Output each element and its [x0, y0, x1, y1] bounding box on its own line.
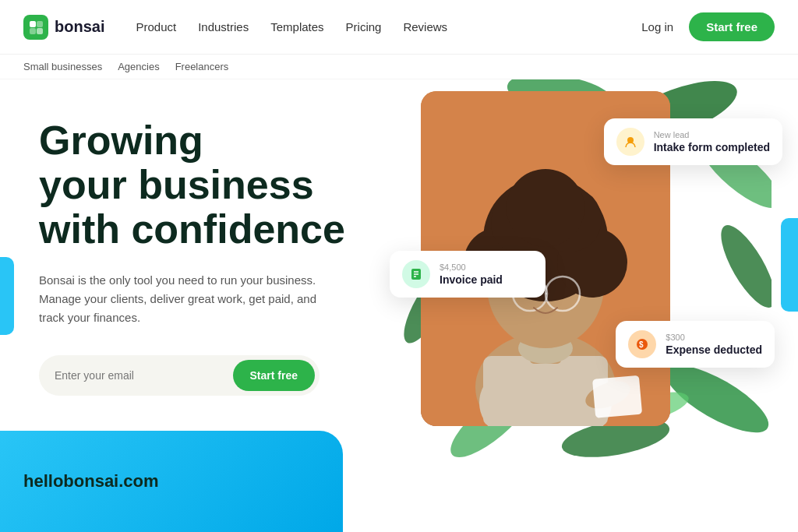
- hero-subtitle: Bonsai is the only tool you need to run …: [39, 271, 335, 327]
- hero-left: Growing your business with confidence Bo…: [0, 79, 374, 529]
- svg-rect-32: [592, 375, 642, 418]
- invoice-label: Invoice paid: [440, 273, 503, 286]
- svg-point-8: [711, 218, 772, 315]
- nav-right: Log in Start free: [641, 12, 775, 41]
- expense-info: $300 Expense deducted: [666, 333, 762, 356]
- svg-rect-1: [37, 28, 43, 34]
- expense-card: $ $300 Expense deducted: [616, 321, 775, 368]
- logo-text: bonsai: [55, 18, 104, 36]
- new-lead-label: New lead: [654, 130, 770, 139]
- svg-point-27: [507, 169, 584, 247]
- invoice-icon: [402, 260, 430, 288]
- nav-links: Product Industries Templates Pricing Rev…: [136, 20, 641, 33]
- nav-product[interactable]: Product: [136, 20, 176, 33]
- invoice-info: $4,500 Invoice paid: [440, 262, 503, 286]
- hero-title-line1: Growing: [39, 118, 203, 163]
- invoice-amount: $4,500: [440, 262, 503, 272]
- svg-rect-18: [483, 356, 608, 426]
- sub-nav-small-businesses[interactable]: Small businesses: [23, 61, 102, 72]
- sub-nav-freelancers[interactable]: Freelancers: [175, 61, 229, 72]
- sub-nav-agencies[interactable]: Agencies: [118, 61, 159, 72]
- nav-industries[interactable]: Industries: [198, 20, 249, 33]
- svg-rect-3: [37, 21, 43, 27]
- invoice-card: $4,500 Invoice paid: [390, 251, 546, 298]
- new-lead-icon: [616, 128, 644, 156]
- nav-templates[interactable]: Templates: [270, 20, 323, 33]
- hero-title-line3: with confidence: [39, 206, 345, 252]
- start-free-button[interactable]: Start free: [233, 360, 315, 391]
- logo-icon: [23, 15, 48, 40]
- navbar: bonsai Product Industries Templates Pric…: [0, 0, 798, 55]
- hero-title-line2: your business: [39, 162, 314, 207]
- email-input[interactable]: [55, 369, 233, 382]
- svg-rect-0: [30, 21, 36, 27]
- new-lead-info: New lead Intake form completed: [654, 130, 770, 153]
- hero-title: Growing your business with confidence: [39, 118, 351, 252]
- new-lead-card: New lead Intake form completed: [604, 118, 782, 165]
- login-button[interactable]: Log in: [641, 20, 673, 33]
- corner-accent-right: [781, 218, 798, 312]
- expense-icon: $: [628, 330, 656, 358]
- nav-pricing[interactable]: Pricing: [346, 20, 382, 33]
- main-content: Growing your business with confidence Bo…: [0, 79, 798, 529]
- logo[interactable]: bonsai: [23, 15, 104, 40]
- expense-amount: $300: [666, 333, 762, 342]
- new-lead-value: Intake form completed: [654, 141, 770, 153]
- sub-nav: Small businesses Agencies Freelancers: [0, 55, 798, 79]
- nav-reviews[interactable]: Reviews: [403, 20, 447, 33]
- email-form: Start free: [39, 355, 320, 396]
- hero-right: New lead Intake form completed $4,500 In…: [374, 79, 798, 529]
- start-free-nav-button[interactable]: Start free: [689, 12, 775, 41]
- svg-rect-2: [30, 28, 36, 34]
- expense-label: Expense deducted: [666, 344, 762, 356]
- svg-text:$: $: [639, 340, 644, 349]
